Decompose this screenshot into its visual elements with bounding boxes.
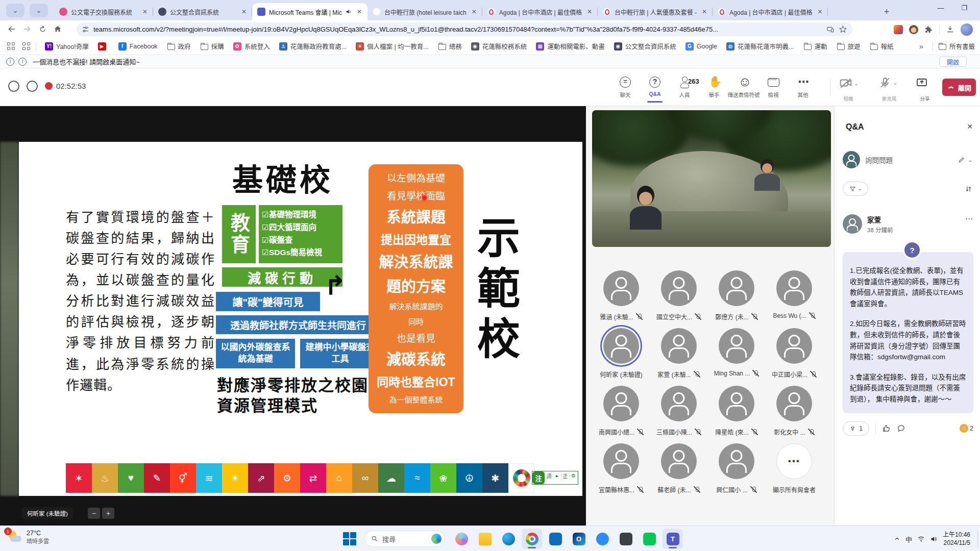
participant-tile[interactable]: ••• 何昕家 (未驗證) — [593, 328, 649, 386]
camera-control[interactable]: ⌄ — [839, 77, 859, 90]
bookmark-item[interactable]: 總務 — [434, 40, 465, 53]
taskbar-app-icon[interactable] — [592, 529, 612, 549]
back-icon[interactable] — [4, 22, 19, 36]
participant-tile[interactable]: ••• 三條國小陳... — [651, 386, 707, 443]
smartpki-extension-icon[interactable] — [894, 25, 903, 34]
reaction-summary[interactable]: ☝ 2 — [960, 424, 973, 433]
meeting-tool-button[interactable]: 聊天 — [610, 72, 640, 98]
reply-icon[interactable] — [897, 424, 905, 433]
widgets-weather-button[interactable]: 1 27°C 晴時多雲 — [7, 530, 49, 545]
ime-indicator[interactable]: 中 — [905, 534, 912, 544]
taskbar-app-icon[interactable]: T — [663, 529, 683, 549]
question-more-icon[interactable]: ⋯ — [965, 214, 973, 223]
bookmark-item[interactable]: 運動 — [800, 40, 831, 53]
site-settings-icon[interactable] — [82, 26, 89, 33]
bookmark-item[interactable]: 旅遊 — [833, 40, 864, 53]
bookmark-item[interactable]: ▦ 運動相關電影、動畫 — [532, 40, 608, 53]
meeting-tool-button[interactable]: 檢視 — [758, 72, 788, 98]
taskbar-search[interactable]: 搜尋 — [364, 531, 445, 547]
participant-tile[interactable]: ••• 國立空中大... — [651, 270, 707, 328]
ime-toolbar-button[interactable]: 正 — [561, 471, 570, 480]
meeting-status-icon-2[interactable] — [27, 81, 38, 92]
upvote-button[interactable]: 1 — [843, 421, 869, 436]
address-bar[interactable]: teams.microsoft.com/v2/?meetingjoin=true… — [77, 22, 852, 36]
tab-close-icon[interactable]: ✕ — [700, 8, 708, 15]
compose-pencil-icon[interactable] — [958, 156, 965, 163]
participant-tile[interactable]: ••• Bess Wu (... — [766, 270, 822, 328]
bookmark-item[interactable]: ◉ 公文整合資訊系統 — [610, 40, 680, 53]
window-restore-button[interactable]: ❐ — [955, 1, 973, 14]
url-text[interactable]: teams.microsoft.com/v2/?meetingjoin=true… — [93, 26, 822, 33]
taskbar-app-icon[interactable] — [451, 529, 472, 549]
bookmark-star-icon[interactable] — [839, 25, 847, 34]
meeting-tool-button[interactable]: Q&A — [640, 72, 670, 98]
bookmark-item[interactable]: ◍ 花蓮縣花蓮市明義... — [723, 40, 797, 53]
participant-tile[interactable]: ••• 興仁國小 ... — [708, 443, 765, 501]
spotlight-video-tile[interactable] — [592, 110, 831, 247]
tab-close-icon[interactable]: ✕ — [355, 8, 363, 15]
zoom-out-button[interactable]: − — [88, 508, 100, 519]
bookmark-item[interactable]: ✿ 系統登入 — [230, 40, 274, 53]
show-desktop-handle[interactable] — [977, 530, 978, 547]
bookmark-item[interactable]: G Google — [682, 41, 721, 52]
participant-tile[interactable]: ••• 雅涵 (未驗... — [593, 270, 649, 328]
participant-tile[interactable]: ••• Ming Shan ... — [708, 328, 765, 386]
all-bookmarks-button[interactable]: 所有書籤 — [938, 41, 980, 51]
bookmark-item[interactable]: ▶ — [94, 41, 113, 52]
bookmark-item[interactable]: f Facebook — [115, 41, 161, 52]
profile-avatar[interactable] — [961, 23, 973, 36]
qa-close-icon[interactable]: ✕ — [967, 122, 973, 131]
tab-close-icon[interactable]: ✕ — [240, 8, 248, 15]
new-tab-button[interactable]: + — [880, 5, 893, 18]
extensions-puzzle-icon[interactable] — [924, 25, 933, 34]
zoom-in-button[interactable]: + — [102, 508, 114, 519]
bookmark-item[interactable]: ✳ 個人檔案 | 均一教育... — [352, 40, 432, 53]
sort-icon[interactable] — [965, 185, 972, 193]
bookmark-item[interactable]: 採購 — [197, 40, 228, 53]
participant-tile[interactable]: ••• 家萱 (未驗... — [651, 328, 707, 386]
bookmark-item[interactable]: ◉ 花蓮縣校務系統 — [468, 40, 531, 53]
tab-close-icon[interactable]: ✕ — [585, 8, 594, 15]
enable-notifications-button[interactable]: 開啟 — [939, 57, 967, 67]
send-to-device-icon[interactable] — [826, 26, 835, 34]
ime-toolbar-button[interactable]: ⚙ — [570, 471, 578, 480]
tab-close-icon[interactable]: ✕ — [470, 8, 478, 15]
meeting-tool-button[interactable]: 其他 — [788, 72, 818, 98]
participant-tile[interactable]: ••• 彰化女中 ... — [766, 386, 822, 443]
participant-tile[interactable]: ••• 中正國小梁... — [766, 328, 822, 386]
participant-tile[interactable]: ••• 顯示所有與會者 — [766, 443, 822, 501]
composer-chevron-icon[interactable]: ⌄ — [968, 157, 972, 163]
bookmark-item[interactable]: Y! Yahoo!奇摩 — [41, 40, 92, 53]
home-icon[interactable] — [50, 22, 65, 36]
tab-audio-icon[interactable] — [346, 9, 352, 15]
browser-tab[interactable]: 公文整合資訊系統 ✕ — [153, 3, 252, 20]
taskbar-app-icon[interactable] — [522, 529, 542, 549]
leave-meeting-button[interactable]: 離開 — [942, 79, 976, 96]
tab-scroll-left-button[interactable]: ⌄ — [6, 4, 24, 17]
taskbar-app-icon[interactable] — [475, 529, 495, 549]
mic-control[interactable]: ⌄ — [879, 77, 897, 89]
bookmark-item[interactable]: ⚓ 花蓮縣政府教育處... — [276, 40, 350, 53]
ime-toolbar-button[interactable]: 詞 — [545, 471, 553, 480]
ime-toolbar-button[interactable]: 注 — [532, 471, 545, 484]
taskbar-app-icon[interactable] — [498, 529, 519, 549]
forward-icon[interactable] — [19, 22, 35, 36]
tab-close-icon[interactable]: ✕ — [816, 8, 824, 15]
like-icon[interactable] — [882, 424, 891, 433]
meeting-tool-button[interactable]: 傳送表情符號 — [729, 72, 758, 98]
reload-icon[interactable] — [35, 22, 50, 36]
qa-composer[interactable]: 詢問問題 ⌄ — [843, 151, 972, 168]
taskbar-app-icon[interactable] — [545, 529, 566, 549]
downloads-icon[interactable] — [946, 25, 954, 34]
meeting-status-icon[interactable] — [8, 81, 19, 92]
browser-tab[interactable]: 公文電子交換服務系統 ✕ — [54, 3, 153, 20]
participant-tile[interactable]: ••• 陳星皓 (來... — [708, 386, 765, 443]
mic-chevron-icon[interactable]: ⌄ — [893, 80, 897, 86]
bookmark-item[interactable]: 政府 — [163, 40, 194, 53]
volume-icon[interactable] — [930, 535, 938, 543]
browser-tab[interactable]: 台中輕行旅 | 人氣優惠及套餐 - ✕ — [598, 3, 713, 20]
apps-grid-icon[interactable] — [7, 42, 15, 51]
tray-chevron-icon[interactable] — [894, 536, 900, 542]
meeting-tool-button[interactable]: 舉手 — [699, 72, 729, 98]
tab-scroll-right-button[interactable]: ⌄ — [30, 4, 48, 17]
